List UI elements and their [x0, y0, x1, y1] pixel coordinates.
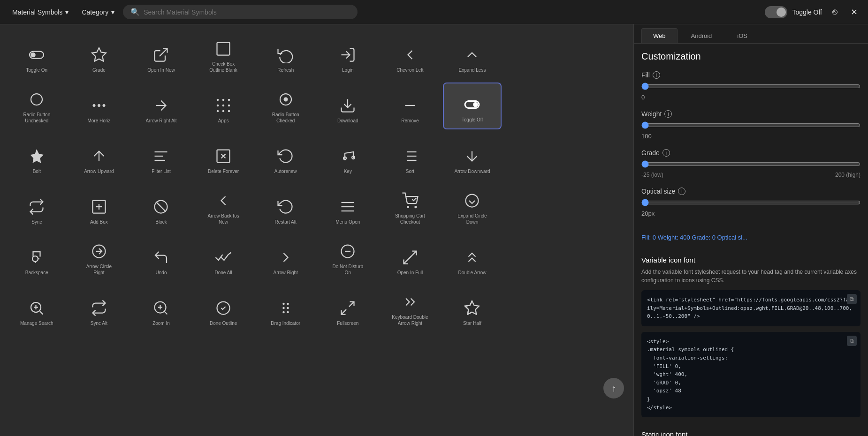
icon-cell-21[interactable]: Arrow Upward: [70, 133, 129, 180]
icon-cell-30[interactable]: Sync: [8, 184, 66, 231]
icon-cell-35[interactable]: Menu Open: [319, 184, 377, 231]
icon-cell-41[interactable]: Arrow Circle Right: [70, 234, 129, 281]
icon-cell-56[interactable]: Keyboard Double Arrow Right: [381, 285, 440, 332]
icon-cell-31[interactable]: Add Box: [70, 184, 129, 231]
icon-cell-44[interactable]: Arrow Right: [256, 234, 315, 281]
icon-cell-55[interactable]: Fullscreen: [319, 285, 377, 332]
grade-label: Grade i: [641, 149, 860, 157]
scroll-to-top-button[interactable]: ↑: [603, 378, 624, 398]
icon-cell-38[interactable]: [505, 184, 564, 231]
variable-font-copy2-button[interactable]: ⧉: [847, 336, 857, 346]
icon-cell-49[interactable]: [567, 234, 626, 281]
static-font-section: Static icon font Alternatively, the curr…: [634, 430, 868, 436]
weight-slider[interactable]: [641, 121, 860, 129]
icon-cell-18[interactable]: [505, 83, 564, 129]
icon-cell-33[interactable]: Arrow Back Ios New: [194, 184, 253, 231]
share-button[interactable]: ⎋: [830, 4, 840, 20]
icon-cell-53[interactable]: Done Outline: [194, 285, 253, 332]
icon-cell-27[interactable]: Arrow Downward: [443, 133, 502, 180]
icon-cell-2[interactable]: Open In New: [132, 32, 190, 79]
icon-cell-8[interactable]: [505, 32, 564, 79]
fill-info-icon[interactable]: i: [653, 71, 660, 79]
weight-info-icon[interactable]: i: [664, 110, 672, 118]
icon-cell-26[interactable]: Sort: [381, 133, 440, 180]
grade-slider[interactable]: [641, 160, 860, 168]
icon-symbol-27: [464, 148, 480, 165]
icon-cell-1[interactable]: Grade: [70, 32, 129, 79]
icon-cell-16[interactable]: Remove: [381, 83, 440, 129]
icon-cell-34[interactable]: Restart Alt: [256, 184, 315, 231]
icon-label-2: Open In New: [147, 67, 175, 73]
icon-cell-15[interactable]: Download: [319, 83, 377, 129]
tab-web[interactable]: Web: [641, 28, 678, 43]
icon-cell-58[interactable]: [505, 285, 564, 332]
icon-cell-20[interactable]: Bolt: [8, 133, 66, 180]
icon-cell-48[interactable]: [505, 234, 564, 281]
icon-cell-19[interactable]: [567, 83, 626, 129]
icon-cell-23[interactable]: Delete Forever: [194, 133, 253, 180]
search-input[interactable]: [144, 8, 350, 16]
tab-android[interactable]: Android: [679, 28, 724, 43]
fill-control: Fill i 0: [641, 71, 860, 101]
config-highlight-link[interactable]: Fill: 0 Weight: 400 Grade: 0 Optical si.…: [641, 234, 860, 241]
icon-symbol-2: [152, 46, 169, 63]
variable-font-copy1-button[interactable]: ⧉: [847, 294, 857, 304]
grade-control: Grade i -25 (low) 200 (high): [641, 149, 860, 178]
icon-cell-7[interactable]: Expand Less: [443, 32, 502, 79]
icon-cell-42[interactable]: Undo: [132, 234, 190, 281]
icon-cell-6[interactable]: Chevron Left: [381, 32, 440, 79]
icon-cell-12[interactable]: Arrow Right Alt: [132, 83, 190, 129]
tab-ios[interactable]: iOS: [725, 28, 759, 43]
icon-cell-24[interactable]: Autorenew: [256, 133, 315, 180]
icon-symbol-55: [339, 300, 356, 316]
app-name-dropdown[interactable]: Material Symbols ▾: [8, 6, 73, 19]
icon-symbol-10: [28, 91, 45, 108]
icon-cell-22[interactable]: Filter List: [132, 133, 190, 180]
icon-cell-5[interactable]: Login: [319, 32, 377, 79]
icon-cell-36[interactable]: Shopping Cart Checkout: [381, 184, 440, 231]
icon-cell-17[interactable]: Toggle Off: [443, 83, 502, 129]
icon-cell-14[interactable]: Radio Button Checked: [256, 83, 315, 129]
search-icon: 🔍: [130, 8, 140, 16]
icon-cell-10[interactable]: Radio Button Unchecked: [8, 83, 66, 129]
grade-info-icon[interactable]: i: [662, 149, 670, 157]
fill-value: 0: [641, 94, 860, 101]
optical-size-info-icon[interactable]: i: [678, 188, 685, 195]
icon-cell-4[interactable]: Refresh: [256, 32, 315, 79]
icon-cell-11[interactable]: More Horiz: [70, 83, 129, 129]
fill-slider[interactable]: [641, 83, 860, 90]
icon-cell-28[interactable]: [505, 133, 564, 180]
category-dropdown[interactable]: Category ▾: [77, 6, 119, 19]
icon-cell-45[interactable]: Do Not Disturb On: [319, 234, 377, 281]
icon-cell-32[interactable]: Block: [132, 184, 190, 231]
icon-cell-46[interactable]: Open In Full: [381, 234, 440, 281]
icon-cell-59[interactable]: [567, 285, 626, 332]
icon-cell-0[interactable]: Toggle On: [8, 32, 66, 79]
icon-cell-13[interactable]: Apps: [194, 83, 253, 129]
icon-symbol-5: [339, 46, 356, 63]
toggle-off-switch[interactable]: [765, 6, 787, 18]
icon-symbol-51: [91, 300, 107, 316]
icon-cell-37[interactable]: Expand Circle Down: [443, 184, 502, 231]
icon-cell-52[interactable]: Zoom In: [132, 285, 190, 332]
icon-cell-29[interactable]: [567, 133, 626, 180]
icon-cell-47[interactable]: Double Arrow: [443, 234, 502, 281]
close-button[interactable]: ✕: [848, 4, 860, 20]
icon-cell-3[interactable]: Check Box Outline Blank: [194, 32, 253, 79]
optical-size-slider[interactable]: [641, 199, 860, 206]
icon-cell-50[interactable]: Manage Search: [8, 285, 66, 332]
icon-cell-9[interactable]: [567, 32, 626, 79]
icon-cell-54[interactable]: Drag Indicator: [256, 285, 315, 332]
icon-cell-40[interactable]: Backspace: [8, 234, 66, 281]
icon-label-6: Chevron Left: [396, 67, 423, 73]
icon-label-57: Star Half: [463, 320, 481, 326]
platform-tabs: WebAndroidiOS: [634, 24, 868, 44]
icon-cell-57[interactable]: Star Half: [443, 285, 502, 332]
svg-point-71: [282, 307, 285, 309]
icon-grid-container[interactable]: Toggle OnGradeOpen In NewCheck Box Outli…: [0, 24, 633, 436]
icon-symbol-32: [152, 198, 169, 215]
icon-cell-51[interactable]: Sync Alt: [70, 285, 129, 332]
icon-cell-25[interactable]: Key: [319, 133, 377, 180]
icon-cell-43[interactable]: Done All: [194, 234, 253, 281]
icon-cell-39[interactable]: [567, 184, 626, 231]
